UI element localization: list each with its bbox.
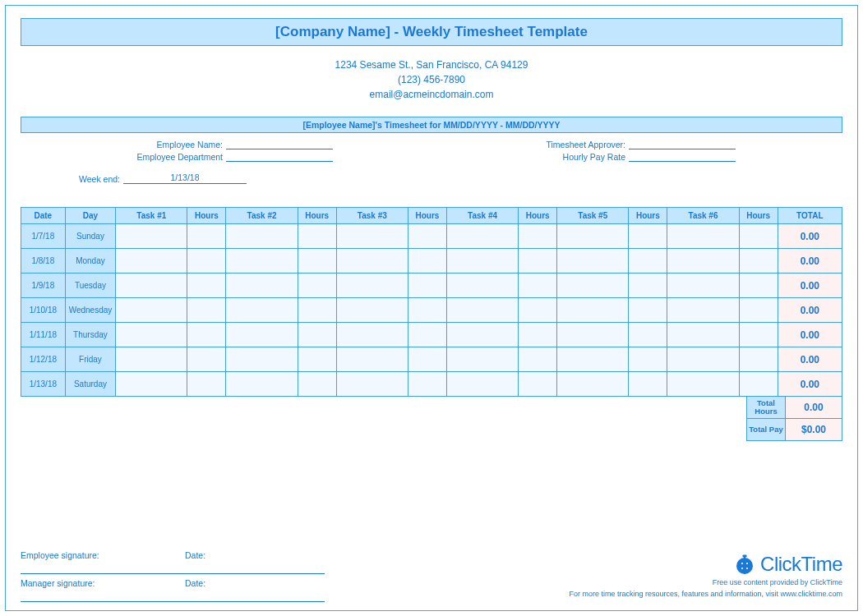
task-cell[interactable]	[336, 372, 408, 397]
day-cell: Sunday	[65, 224, 116, 249]
hours-cell[interactable]	[408, 372, 446, 397]
task-cell[interactable]	[336, 323, 408, 347]
employee-signature-line[interactable]	[21, 573, 325, 574]
hours-cell[interactable]	[187, 323, 226, 347]
task-cell[interactable]	[667, 372, 739, 397]
task-cell[interactable]	[557, 372, 629, 397]
task-cell[interactable]	[336, 298, 408, 323]
task-cell[interactable]	[116, 347, 187, 372]
hours-cell[interactable]	[408, 347, 446, 372]
hours-cell[interactable]	[629, 274, 667, 298]
hours-cell[interactable]	[739, 347, 778, 372]
task-cell[interactable]	[667, 298, 739, 323]
task-cell[interactable]	[667, 224, 739, 249]
week-end-label: Week end:	[21, 174, 123, 184]
task-cell[interactable]	[557, 224, 629, 249]
table-row: 1/7/18Sunday0.00	[21, 224, 842, 249]
task-cell[interactable]	[667, 249, 739, 274]
task-cell[interactable]	[116, 249, 187, 274]
hours-cell[interactable]	[298, 347, 336, 372]
hourly-pay-rate-input[interactable]	[629, 152, 736, 162]
row-total-cell: 0.00	[778, 347, 842, 372]
hours-cell[interactable]	[298, 372, 336, 397]
task-cell[interactable]	[446, 323, 518, 347]
date-cell: 1/10/18	[21, 298, 66, 323]
task-cell[interactable]	[667, 323, 739, 347]
hours-cell[interactable]	[519, 249, 557, 274]
hours-cell[interactable]	[408, 224, 446, 249]
task-cell[interactable]	[116, 224, 187, 249]
hours-cell[interactable]	[739, 372, 778, 397]
task-cell[interactable]	[226, 347, 298, 372]
task-cell[interactable]	[557, 347, 629, 372]
hours-cell[interactable]	[519, 224, 557, 249]
task-cell[interactable]	[446, 249, 518, 274]
hours-cell[interactable]	[298, 249, 336, 274]
task-cell[interactable]	[557, 274, 629, 298]
task-cell[interactable]	[667, 274, 739, 298]
hours-cell[interactable]	[519, 298, 557, 323]
task-cell[interactable]	[226, 274, 298, 298]
hours-cell[interactable]	[408, 298, 446, 323]
hours-cell[interactable]	[187, 274, 226, 298]
hours-cell[interactable]	[629, 347, 667, 372]
hours-cell[interactable]	[739, 323, 778, 347]
hours-cell[interactable]	[519, 347, 557, 372]
company-phone: (123) 456-7890	[21, 72, 842, 87]
hours-cell[interactable]	[298, 224, 336, 249]
hours-cell[interactable]	[187, 347, 226, 372]
task-cell[interactable]	[226, 224, 298, 249]
task-cell[interactable]	[446, 347, 518, 372]
task-cell[interactable]	[557, 323, 629, 347]
col-date: Date	[21, 208, 66, 224]
task-cell[interactable]	[557, 249, 629, 274]
task-cell[interactable]	[446, 372, 518, 397]
hours-cell[interactable]	[629, 323, 667, 347]
task-cell[interactable]	[226, 298, 298, 323]
task-cell[interactable]	[446, 274, 518, 298]
hours-cell[interactable]	[187, 224, 226, 249]
task-cell[interactable]	[446, 224, 518, 249]
hours-cell[interactable]	[298, 323, 336, 347]
hours-cell[interactable]	[187, 249, 226, 274]
task-cell[interactable]	[336, 274, 408, 298]
task-cell[interactable]	[336, 347, 408, 372]
hours-cell[interactable]	[408, 274, 446, 298]
task-cell[interactable]	[557, 298, 629, 323]
table-row: 1/8/18Monday0.00	[21, 249, 842, 274]
manager-signature-line[interactable]	[21, 601, 325, 602]
task-cell[interactable]	[667, 347, 739, 372]
hours-cell[interactable]	[298, 274, 336, 298]
date-cell: 1/7/18	[21, 224, 66, 249]
hours-cell[interactable]	[739, 224, 778, 249]
task-cell[interactable]	[116, 323, 187, 347]
week-end-value[interactable]: 1/13/18	[123, 172, 247, 184]
task-cell[interactable]	[226, 249, 298, 274]
task-cell[interactable]	[116, 372, 187, 397]
task-cell[interactable]	[116, 298, 187, 323]
hours-cell[interactable]	[519, 372, 557, 397]
hours-cell[interactable]	[629, 224, 667, 249]
employee-name-input[interactable]	[226, 140, 333, 149]
task-cell[interactable]	[446, 298, 518, 323]
hours-cell[interactable]	[408, 249, 446, 274]
hours-cell[interactable]	[739, 249, 778, 274]
hours-cell[interactable]	[519, 274, 557, 298]
task-cell[interactable]	[116, 274, 187, 298]
hours-cell[interactable]	[298, 298, 336, 323]
hours-cell[interactable]	[629, 372, 667, 397]
hours-cell[interactable]	[519, 323, 557, 347]
hours-cell[interactable]	[629, 298, 667, 323]
task-cell[interactable]	[336, 249, 408, 274]
task-cell[interactable]	[226, 372, 298, 397]
hours-cell[interactable]	[739, 274, 778, 298]
employee-department-input[interactable]	[226, 152, 333, 162]
hours-cell[interactable]	[187, 298, 226, 323]
hours-cell[interactable]	[739, 298, 778, 323]
hours-cell[interactable]	[187, 372, 226, 397]
task-cell[interactable]	[336, 224, 408, 249]
timesheet-approver-input[interactable]	[629, 140, 736, 149]
hours-cell[interactable]	[408, 323, 446, 347]
hours-cell[interactable]	[629, 249, 667, 274]
task-cell[interactable]	[226, 323, 298, 347]
